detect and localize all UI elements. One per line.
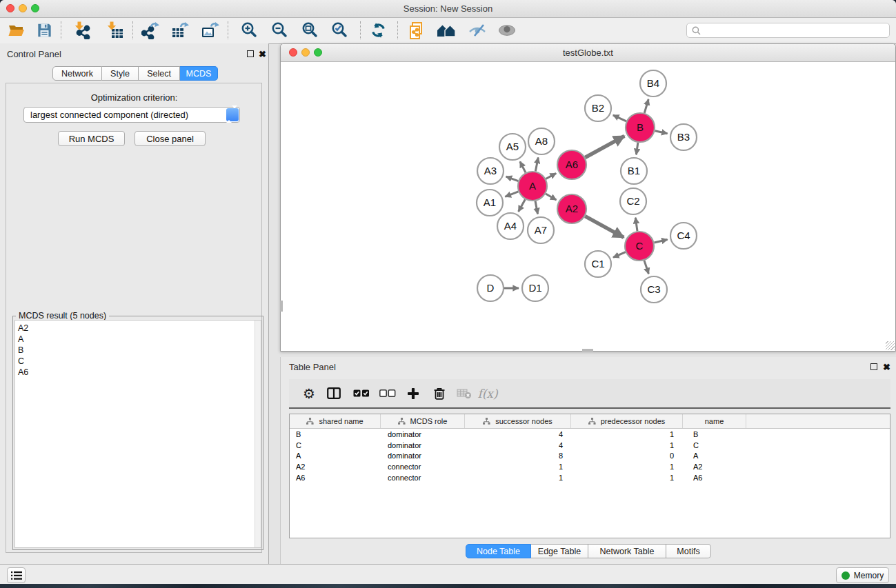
graph-edge-A6-B[interactable] (585, 136, 624, 157)
graph-edge-C-C4[interactable] (654, 239, 667, 243)
graph-node-B3[interactable]: B3 (670, 124, 697, 150)
cell-name[interactable]: A6 (683, 474, 746, 482)
result-item[interactable]: A2 (15, 323, 261, 334)
cell-mcds-role[interactable]: dominator (381, 452, 465, 460)
function-builder-button[interactable]: f(x) (474, 379, 501, 407)
cell-shared-name[interactable]: A (290, 452, 381, 460)
graph-node-A1[interactable]: A1 (477, 190, 503, 216)
horizontal-scroll-thumb[interactable] (582, 349, 593, 352)
cell-predecessor-nodes[interactable]: 1 (571, 441, 683, 449)
task-history-button[interactable] (7, 567, 26, 583)
graph-edge-A-A2[interactable] (546, 194, 556, 200)
cell-mcds-role[interactable]: dominator (381, 441, 465, 449)
graph-node-A7[interactable]: A7 (528, 217, 554, 243)
cell-name[interactable]: B (683, 430, 746, 438)
hide-details-button[interactable] (467, 21, 488, 40)
graph-node-C3[interactable]: C3 (641, 276, 667, 303)
save-session-button[interactable] (34, 21, 54, 40)
cell-successor-nodes[interactable]: 1 (465, 474, 571, 482)
table-row[interactable]: C dominator 4 1 C (290, 440, 890, 451)
graph-node-C[interactable]: C (625, 232, 654, 261)
graph-node-A[interactable]: A (518, 172, 547, 201)
graph-node-A4[interactable]: A4 (497, 213, 524, 239)
cell-mcds-role[interactable]: connector (381, 474, 465, 482)
cell-successor-nodes[interactable]: 1 (465, 463, 571, 471)
close-panel-icon[interactable]: ✖ (259, 50, 266, 59)
zoom-in-button[interactable] (239, 21, 259, 40)
graph-edge-A-A1[interactable] (505, 192, 518, 196)
cell-shared-name[interactable]: C (290, 441, 381, 449)
graph-node-A3[interactable]: A3 (477, 158, 504, 184)
graph-node-A5[interactable]: A5 (499, 134, 526, 160)
import-table-button[interactable] (104, 21, 125, 40)
result-scrollbar[interactable] (255, 321, 261, 547)
unselect-all-columns-button[interactable] (376, 379, 399, 407)
show-columns-button[interactable] (322, 379, 346, 407)
graph-node-C1[interactable]: C1 (585, 251, 611, 277)
graph-node-C4[interactable]: C4 (670, 223, 697, 249)
cell-mcds-role[interactable]: connector (381, 463, 465, 471)
table-row[interactable]: B dominator 4 1 B (290, 429, 890, 440)
criterion-dropdown[interactable]: largest connected component (directed) (23, 107, 240, 123)
vertical-scroll-thumb[interactable] (280, 301, 283, 312)
tab-style[interactable]: Style (102, 66, 139, 81)
open-file-button[interactable] (6, 21, 27, 40)
graph-edge-A-A8[interactable] (535, 158, 538, 172)
cell-predecessor-nodes[interactable]: 1 (571, 430, 683, 438)
first-neighbors-button[interactable] (436, 21, 457, 40)
resize-grip[interactable] (886, 341, 895, 350)
network-canvas[interactable]: B4B2BB3A8A5A6A3B1AC2A1A2A4A7C4CC1C3DD1 (281, 62, 895, 351)
float-panel-icon[interactable] (247, 50, 254, 57)
tab-motifs[interactable]: Motifs (666, 544, 711, 558)
graph-edge-C-C1[interactable] (613, 252, 626, 258)
graph-edge-B-B2[interactable] (613, 115, 626, 121)
refresh-button[interactable] (368, 21, 388, 40)
table-row[interactable]: A6 connector 1 1 A6 (290, 472, 890, 483)
graph-node-B2[interactable]: B2 (585, 95, 611, 121)
close-panel-button[interactable]: Close panel (135, 131, 206, 146)
tab-node-table[interactable]: Node Table (466, 544, 531, 558)
cell-name[interactable]: A2 (683, 463, 746, 471)
cell-mcds-role[interactable]: dominator (381, 430, 465, 438)
result-item[interactable]: A6 (15, 367, 261, 378)
tab-edge-table[interactable]: Edge Table (531, 544, 588, 558)
table-settings-button[interactable]: ⚙ (297, 379, 321, 407)
new-network-from-selection-button[interactable] (406, 21, 427, 40)
import-network-button[interactable] (72, 21, 92, 40)
graph-node-D[interactable]: D (477, 275, 504, 301)
graph-edge-A-A5[interactable] (520, 161, 526, 172)
graph-edge-C-C3[interactable] (644, 261, 648, 274)
export-table-button[interactable] (169, 21, 190, 40)
export-network-button[interactable] (140, 21, 161, 40)
tab-select[interactable]: Select (139, 66, 180, 81)
zoom-fit-button[interactable] (299, 21, 320, 40)
graph-node-A8[interactable]: A8 (528, 128, 555, 154)
network-graph[interactable]: B4B2BB3A8A5A6A3B1AC2A1A2A4A7C4CC1C3DD1 (281, 62, 894, 351)
graph-node-B4[interactable]: B4 (640, 70, 666, 97)
graph-edge-B-B3[interactable] (655, 131, 667, 134)
graph-node-B[interactable]: B (626, 113, 655, 142)
table-row[interactable]: A2 connector 1 1 A2 (290, 461, 890, 472)
delete-column-button[interactable] (428, 379, 451, 407)
graph-edge-B-B4[interactable] (644, 99, 648, 113)
column-header-shared-name[interactable]: shared name (290, 414, 381, 428)
graph-node-D1[interactable]: D1 (522, 275, 548, 301)
show-details-button[interactable] (497, 21, 517, 40)
zoom-out-button[interactable] (269, 21, 290, 40)
search-input[interactable] (704, 25, 889, 36)
result-item[interactable]: B (15, 345, 261, 356)
cell-name[interactable]: A (683, 452, 746, 460)
tab-network-table[interactable]: Network Table (588, 544, 666, 558)
network-window-titlebar[interactable]: testGlobe.txt (281, 44, 895, 62)
cell-predecessor-nodes[interactable]: 1 (571, 474, 683, 482)
table-row[interactable]: A dominator 8 0 A (290, 451, 890, 462)
graph-edge-A-A7[interactable] (535, 201, 538, 214)
float-panel-icon[interactable] (870, 363, 877, 370)
zoom-selected-button[interactable] (329, 21, 350, 40)
tab-mcds[interactable]: MCDS (180, 66, 218, 81)
result-item[interactable]: C (15, 356, 261, 367)
graph-edge-C-C2[interactable] (635, 218, 637, 231)
cell-shared-name[interactable]: B (290, 430, 381, 438)
graph-node-C2[interactable]: C2 (620, 188, 646, 214)
graph-node-B1[interactable]: B1 (621, 158, 647, 184)
